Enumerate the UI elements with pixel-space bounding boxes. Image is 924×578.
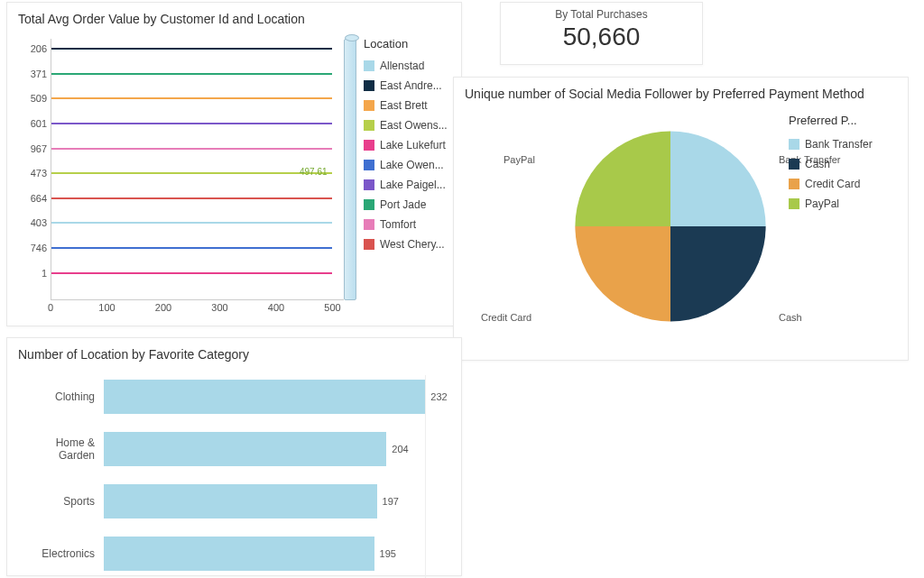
x-tick-label: 400 xyxy=(268,302,284,313)
legend-swatch xyxy=(364,179,374,190)
panel-title: Total Avg Order Value by Customer Id and… xyxy=(7,3,461,30)
legend-label: East Owens... xyxy=(380,119,448,132)
y-axis: 2063715096019674736644037461 xyxy=(16,39,51,300)
legend-swatch xyxy=(789,179,799,189)
legend-item[interactable]: Tomfort xyxy=(364,215,458,234)
x-tick-label: 0 xyxy=(48,302,53,313)
legend-swatch xyxy=(364,140,374,151)
legend-label: West Chery... xyxy=(380,238,445,251)
hbar-track: 232 xyxy=(104,380,450,414)
hbar-row[interactable]: Electronics195 xyxy=(18,531,450,576)
hbar-value: 232 xyxy=(430,391,447,402)
legend-label: Cash xyxy=(805,158,830,170)
hbar-fill xyxy=(104,432,386,466)
hbar-track: 204 xyxy=(104,432,450,466)
legend-label: East Brett xyxy=(380,99,428,112)
line-chart-panel: Total Avg Order Value by Customer Id and… xyxy=(6,2,462,326)
hbar-row[interactable]: Sports197 xyxy=(18,479,450,524)
y-tick-label: 664 xyxy=(31,193,47,204)
pie-slice[interactable] xyxy=(670,131,766,226)
legend: Preferred P... Bank TransferCashCredit C… xyxy=(789,114,897,214)
hbar-fill xyxy=(104,537,374,571)
axis-3d-cylinder xyxy=(344,39,356,300)
legend-label: Lake Lukefurt xyxy=(380,139,446,151)
y-tick-label: 967 xyxy=(31,143,47,154)
y-tick-label: 371 xyxy=(31,69,47,79)
series-line[interactable] xyxy=(51,172,332,174)
legend-item[interactable]: Lake Owen... xyxy=(364,155,458,175)
legend-item[interactable]: East Owens... xyxy=(364,115,458,135)
legend-item[interactable]: Cash xyxy=(789,154,897,174)
legend-swatch xyxy=(364,219,374,230)
plot-area[interactable]: 497.61 xyxy=(51,39,344,300)
legend-item[interactable]: Lake Lukefurt xyxy=(364,135,458,155)
legend-swatch xyxy=(789,139,799,150)
legend-label: Bank Transfer xyxy=(805,138,873,151)
series-line[interactable] xyxy=(51,148,332,150)
hbar-body[interactable]: Clothing232Home & Garden204Sports197Elec… xyxy=(7,365,461,578)
legend-item[interactable]: Allenstad xyxy=(364,56,458,76)
hbar-category: Sports xyxy=(18,495,104,508)
hbar-value: 197 xyxy=(383,496,399,507)
y-tick-label: 601 xyxy=(31,118,47,129)
legend-item[interactable]: Lake Paigel... xyxy=(364,175,458,195)
pie-svg[interactable] xyxy=(571,127,770,326)
y-tick-label: 206 xyxy=(31,43,47,54)
line-chart-body[interactable]: 2063715096019674736644037461 497.61 0100… xyxy=(7,30,461,318)
series-line[interactable] xyxy=(51,197,332,199)
pie-chart-body[interactable]: Bank TransferCashCredit CardPayPal Prefe… xyxy=(454,105,908,357)
x-tick-label: 500 xyxy=(324,302,340,313)
panel-title: Number of Location by Favorite Category xyxy=(7,338,461,365)
series-line[interactable] xyxy=(51,123,332,124)
hbar-value: 195 xyxy=(380,548,396,559)
y-tick-label: 473 xyxy=(31,168,47,179)
series-line[interactable] xyxy=(51,222,332,224)
legend-item[interactable]: Credit Card xyxy=(789,174,897,194)
legend-swatch xyxy=(364,199,374,210)
hbar-category: Clothing xyxy=(18,390,104,403)
hbar-row[interactable]: Clothing232 xyxy=(18,374,450,419)
legend-item[interactable]: West Chery... xyxy=(364,234,458,254)
y-tick-label: 1 xyxy=(42,268,47,279)
hbar-value: 204 xyxy=(392,444,408,454)
pie-slice[interactable] xyxy=(575,226,670,322)
kpi-label: By Total Purchases xyxy=(501,3,702,21)
legend-swatch xyxy=(789,159,799,170)
series-line[interactable] xyxy=(51,97,332,99)
pie-chart-panel: Unique number of Social Media Follower b… xyxy=(453,77,909,361)
pie-slice-label: PayPal xyxy=(504,154,535,165)
legend-label: Lake Paigel... xyxy=(380,179,446,191)
series-line[interactable] xyxy=(51,48,332,50)
legend-item[interactable]: PayPal xyxy=(789,194,897,214)
y-tick-label: 509 xyxy=(31,93,47,104)
y-tick-label: 746 xyxy=(31,243,47,253)
legend-item[interactable]: Bank Transfer xyxy=(789,134,897,154)
legend-label: Tomfort xyxy=(380,218,416,231)
x-tick-label: 300 xyxy=(211,302,227,313)
legend-swatch xyxy=(364,239,374,250)
hbar-category: Home & Garden xyxy=(18,436,104,462)
legend-item[interactable]: East Brett xyxy=(364,96,458,115)
legend-swatch xyxy=(364,160,374,170)
hbar-fill xyxy=(104,380,425,414)
pie-slice-label: Cash xyxy=(779,312,802,323)
legend-swatch xyxy=(364,100,374,111)
hbar-track: 197 xyxy=(104,484,450,518)
x-tick-label: 200 xyxy=(155,302,171,313)
pie-slice[interactable] xyxy=(575,131,670,226)
legend-swatch xyxy=(364,80,374,91)
kpi-value: 50,660 xyxy=(501,21,702,51)
legend-item[interactable]: Port Jade xyxy=(364,195,458,215)
legend-swatch xyxy=(364,120,374,131)
series-line[interactable] xyxy=(51,247,332,249)
series-line[interactable] xyxy=(51,272,332,274)
hbar-row[interactable]: Home & Garden204 xyxy=(18,427,450,472)
legend-label: Credit Card xyxy=(805,178,860,190)
legend-label: Port Jade xyxy=(380,198,426,211)
legend-swatch xyxy=(789,198,799,209)
legend-item[interactable]: East Andre... xyxy=(364,76,458,96)
pie-slice-label: Credit Card xyxy=(481,312,531,323)
legend: Location AllenstadEast Andre...East Bret… xyxy=(364,37,458,254)
series-line[interactable] xyxy=(51,73,332,75)
pie-slice[interactable] xyxy=(670,226,766,322)
